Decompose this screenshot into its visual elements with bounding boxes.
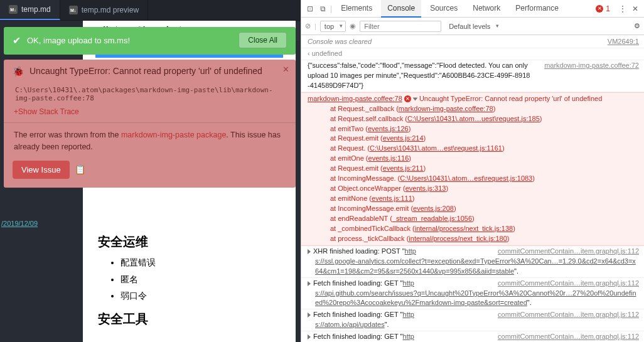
markdown-icon: M↓ [69,6,78,14]
stack-frame: at Request._callback (markdown-img-paste… [308,104,639,114]
stack-frame: at emitOne (events.js:116) [308,154,639,164]
source-link[interactable]: events.js:313 [405,184,446,192]
source-link[interactable]: C:\Users\10431\.atom…uest\request.js:185 [407,115,540,122]
log-xhr: Fetch finished loading: GET "httpcommitC… [301,331,644,342]
source-link[interactable]: commitCommentContain…item.graphql.js:112 [498,247,639,257]
source-link[interactable]: VM2649:1 [608,37,639,47]
check-icon: ✔ [13,35,21,46]
stack-frame: at Object.onceWrapper (events.js:313) [308,184,639,194]
filter-input[interactable] [360,21,441,32]
tab-performance[interactable]: Performance [509,0,565,18]
source-link[interactable]: commitCommentContain…item.graphql.js:112 [498,332,639,342]
tab-temp-md[interactable]: M↓ temp.md [0,0,60,20]
context-selector[interactable]: top [320,21,346,32]
stack-frame: at emitNone (events.js:111) [308,194,639,204]
package-link[interactable]: markdown-img-paste package [121,131,226,139]
device-icon[interactable]: ⧉ [318,4,328,13]
devtools-panel: ⊡ ⧉ | Elements Console Sources Network P… [301,0,644,342]
notification-text: OK, image upload to sm.ms! [27,36,130,45]
tab-network[interactable]: Network [466,0,507,18]
error-icon: ✕ [596,5,603,13]
log-xhr: Fetch finished loading: GET "httpcommitC… [301,309,644,331]
stack-frame: at endReadableNT (_stream_readable.js:10… [308,214,639,224]
source-link[interactable]: events.js:111 [372,195,412,202]
stack-frame: at Request.self.callback (C:\Users\10431… [308,114,639,124]
console-toolbar: ⊘ | top ◉ Default levels ⚙ [301,18,644,35]
source-link[interactable]: events.js:214 [383,134,424,142]
doc-heading: 安全工具 [83,304,296,331]
console-output[interactable]: Console was cleared VM2649:1 ‹undefined … [301,35,644,342]
notification-success: ✔ OK, image upload to sm.ms! Close All [4,27,296,55]
source-link[interactable]: internal/process/next_tick.js:138 [415,225,513,232]
tab-elements[interactable]: Elements [335,0,378,18]
stack-frame: at Request.emit (events.js:214) [308,134,639,144]
markdown-icon: M↓ [9,5,18,14]
error-icon: ✕ [404,95,411,102]
tab-label: temp.md preview [82,6,139,14]
log-xhr: Fetch finished loading: GET "httpcommitC… [301,278,644,310]
stack-frame: at Request. (C:\Users\10431\.atom…est\re… [308,144,639,154]
log-undefined: ‹undefined [301,48,644,60]
devtools-tabs: ⊡ ⧉ | Elements Console Sources Network P… [301,0,644,18]
stack-frame: at IncomingMessage. (C:\Users\10431\.ato… [308,174,639,184]
tab-sources[interactable]: Sources [424,0,464,18]
error-path: C:\Users\10431\.atom\packages\markdown-i… [15,86,287,102]
source-link[interactable]: markdown-img-paste.coffee:72 [544,61,639,71]
tab-label: temp.md [21,5,51,14]
editor-tabs: M↓ temp.md M↓ temp.md preview [0,0,301,21]
bug-icon: 🐞 [13,66,24,77]
url-link[interactable]: http [405,247,416,255]
stack-frame: at Request.emit (events.js:211) [308,164,639,174]
console-error: markdown-img-paste.coffee:78 ✕Uncaught T… [301,92,644,246]
source-link[interactable]: events.js:116 [368,154,409,162]
stack-frame: at emitTwo (events.js:126) [308,124,639,134]
notification-error: ✕ 🐞 Uncaught TypeError: Cannot read prop… [4,60,296,188]
source-link[interactable]: C:\Users\10431\.atom…est\request.js:1083 [400,174,532,182]
tab-console[interactable]: Console [381,0,421,18]
doc-heading: 安全运维 [83,227,296,254]
inspect-icon[interactable]: ⊡ [305,4,315,13]
error-description: The error was thrown from the markdown-i… [13,129,287,153]
eye-icon[interactable]: ◉ [350,22,356,30]
date-link[interactable]: /2019/12/09 [1,220,38,227]
view-issue-button[interactable]: View Issue [13,161,70,179]
close-icon[interactable]: ✕ [282,65,289,74]
error-title: Uncaught TypeError: Cannot read property… [30,66,275,77]
log-xhr: XHR finished loading: POST "httpcommitCo… [301,246,644,278]
stack-frame: at process._tickCallback (internal/proce… [308,234,639,244]
close-all-button[interactable]: Close All [239,32,287,48]
source-link[interactable]: events.js:126 [368,125,409,132]
source-link[interactable]: C:\Users\10431\.atom…est\request.js:1161 [370,144,502,152]
source-link[interactable]: internal/process/next_tick.js:180 [409,235,507,242]
source-link[interactable]: events.js:208 [413,205,454,212]
source-link[interactable]: markdown-img-paste.coffee:78 [399,105,493,112]
source-link[interactable]: markdown-img-paste.coffee:78 [308,95,402,102]
doc-list: 配置错误 匿名 弱口令 [83,254,296,304]
clear-icon[interactable]: ⊘ [305,22,311,30]
source-link[interactable]: events.js:211 [383,164,424,172]
url-link[interactable]: http [403,279,414,287]
url-link[interactable]: http [403,333,414,340]
url-link[interactable]: http [403,311,414,318]
url-link[interactable]: s://api.github.com/search/issues?q=Uncau… [315,289,636,307]
log-json: markdown-img-paste.coffee:72 {"success":… [301,60,644,92]
close-icon[interactable]: ✕ [630,4,640,13]
editor-panel: M↓ temp.md M↓ temp.md preview 业务及接口安全 安全… [0,0,301,342]
error-count[interactable]: ✕ 1 [596,4,610,13]
source-link[interactable]: commitCommentContain…item.graphql.js:112 [498,310,639,320]
source-link[interactable]: _stream_readable.js:1056 [392,215,472,222]
list-item: 匿名 [121,271,296,288]
list-item: 配置错误 [121,254,296,271]
gear-icon[interactable]: ⚙ [634,22,640,30]
url-link[interactable]: s://ssl.google-analytics.com/collect?t=e… [315,257,636,275]
stack-frame: at IncomingMessage.emit (events.js:208) [308,204,639,214]
source-link[interactable]: commitCommentContain…item.graphql.js:112 [498,279,639,289]
menu-icon[interactable]: ⋮ [618,4,628,13]
clipboard-icon[interactable]: 📋 [75,164,85,174]
stack-frame: at _combinedTickCallback (internal/proce… [308,224,639,234]
url-link[interactable]: s://atom.io/api/updates [315,321,385,328]
show-stack-trace-link[interactable]: +Show Stack Trace [14,107,287,116]
tab-preview[interactable]: M↓ temp.md preview [60,0,148,20]
list-item: 弱口令 [121,287,296,304]
levels-dropdown[interactable]: Default levels [445,21,502,31]
